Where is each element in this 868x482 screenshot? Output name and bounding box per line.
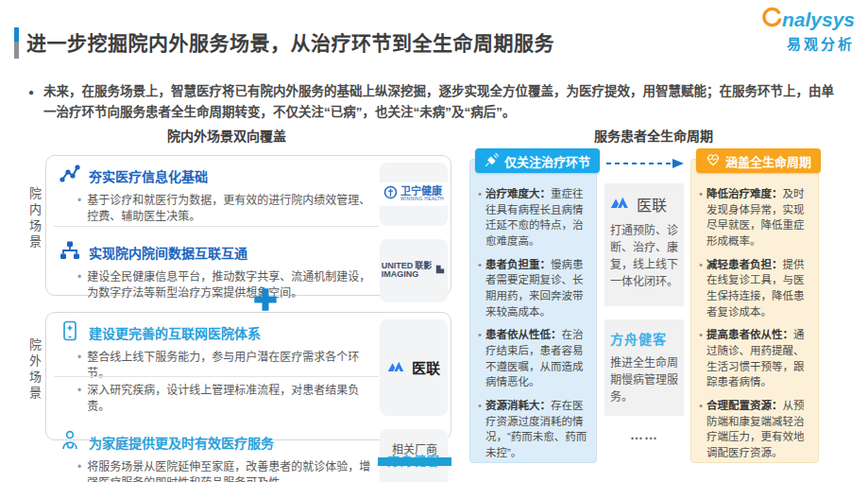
- bullet-dot-icon: ●: [28, 81, 34, 124]
- list-item: 建设更完善的互联网医院体系 整合线上线下服务能力，参与用户潜在医疗需求各个环节。…: [46, 313, 451, 422]
- intro-paragraph: ● 未来，在服务场景上，智慧医疗将已有院内外服务的基础上纵深挖掘，逐步实现全方位…: [28, 81, 837, 124]
- more-vendors-ellipsis: ……: [604, 427, 684, 442]
- network-nodes-icon: [59, 163, 81, 189]
- medlinker-logo: 医联: [610, 193, 678, 215]
- vendor-cell: 医联: [380, 319, 448, 416]
- list-item: 提高患者依从性：通过随诊、用药提醒、生活习惯干预等，跟踪患者病情。: [699, 327, 810, 390]
- brand-name: nalysys: [782, 9, 855, 31]
- plus-icon: [252, 286, 279, 313]
- medlinker-logo: 医联: [387, 357, 440, 377]
- group-inside-hospital: 夯实医疗信息化基础 基于诊疗和就医行为数据，更有效的进行院内绩效管理、控费、辅助…: [45, 155, 451, 296]
- card-text: 打通预防、诊断、治疗、康复，线上线下一体化闭环。: [610, 222, 678, 290]
- list-item: 降低治疗难度：及时发现身体异常，实现尽早就医，降低重症形成概率。: [699, 186, 810, 250]
- item-title: 建设更完善的互联网医院体系: [89, 323, 261, 342]
- list-item: 实现院内院间数据互联互通 建设全民健康信息平台，推动数字共享、流通机制建设，为数…: [46, 232, 451, 309]
- intro-text: 未来，在服务场景上，智慧医疗将已有院内外服务的基础上纵深挖掘，逐步实现全方位覆盖…: [43, 81, 837, 124]
- vendor-name-en: IMAGING: [382, 270, 419, 279]
- item-bullet: 建设全民健康信息平台，推动数字共享、流通机制建设，为数字疗法等新型治疗方案提供想…: [59, 269, 378, 302]
- divider: [54, 226, 379, 227]
- list-item: 资源消耗大：存在医疗资源过度消耗的情况，“药而未愈、药而未控”。: [478, 398, 588, 461]
- item-title: 实现院内院间数据互联互通: [89, 243, 247, 262]
- list-item: 患者依从性低：在治疗结束后，患者容易不遵医嘱，从而造成病情恶化。: [478, 327, 588, 390]
- vendor-cell: 卫宁健康 WINNING HEALTH: [380, 163, 448, 226]
- right-section-heading: 服务患者全生命周期: [482, 126, 825, 145]
- left-section-heading: 院内外场景双向覆盖: [28, 126, 425, 145]
- analysys-swoosh-icon: [760, 7, 782, 32]
- item-bullet: 深入研究疾病，设计线上管理标准流程，对患者结果负责。: [59, 383, 378, 416]
- dashed-arrow-icon: [604, 156, 686, 173]
- full-lifecycle-badge: 涵盖全生命周期: [696, 148, 821, 173]
- group-outside-hospital: 建设更完善的互联网医院体系 整合线上线下服务能力，参与用户潜在医疗需求各个环节。…: [45, 312, 451, 440]
- related-vendors-label: 相关厂商: [378, 440, 451, 456]
- sitemap-icon: [59, 239, 81, 266]
- side-label-outside: 院外场景: [28, 338, 43, 403]
- item-title: 夯实医疗信息化基础: [89, 166, 208, 185]
- page-title: 进一步挖掘院内外服务场景，从治疗环节到全生命周期服务: [26, 27, 554, 56]
- analysys-logo: nalysys 易观分析: [760, 7, 855, 53]
- title-accent-bar: [14, 27, 19, 59]
- doctor-icon: [59, 429, 81, 456]
- treatment-only-box: 治疗难度大：重症往往具有病程长且病情迁延不愈的特点，治愈难度高。 患者负担重：慢…: [469, 159, 597, 463]
- list-item: 减轻患者负担：提供在线复诊工具，与医生保持连接，降低患者复诊成本。: [699, 257, 810, 320]
- winning-health-icon: [383, 185, 398, 203]
- fangzhou-logo: 方舟健客: [610, 329, 667, 348]
- divider: [54, 376, 379, 377]
- medlinker-icon: [610, 196, 633, 213]
- item-bullet: 整合线上线下服务能力，参与用户潜在医疗需求各个环节。: [59, 350, 378, 383]
- list-item: 治疗难度大：重症往往具有病程长且病情迁延不愈的特点，治愈难度高。: [478, 186, 588, 250]
- heart-pulse-icon: [706, 152, 721, 170]
- list-item: 患者负担重：慢病患者需要定期复诊、长期用药，来回奔波带来较高成本。: [478, 257, 588, 320]
- syringe-icon: [485, 152, 500, 170]
- related-vendors-bar: [378, 457, 451, 466]
- medlinker-card: 医联 打通预防、诊断、治疗、康复，线上线下一体化闭环。: [604, 183, 684, 306]
- united-imaging-shield-icon: [434, 262, 446, 279]
- vendor-name-en: WINNING HEALTH: [400, 197, 444, 201]
- medlinker-icon: [387, 359, 408, 376]
- item-bullet: 基于诊疗和就医行为数据，更有效的进行院内绩效管理、控费、辅助医生决策。: [59, 193, 378, 226]
- item-bullet: 将服务场景从医院延伸至家庭，改善患者的就诊体验，增强医疗服务的即时性和药品服务可…: [59, 459, 378, 482]
- vendor-name: 医联: [412, 357, 440, 377]
- list-item: 夯实医疗信息化基础 基于诊疗和就医行为数据，更有效的进行院内绩效管理、控费、辅助…: [46, 156, 451, 232]
- full-lifecycle-box: 降低治疗难度：及时发现身体异常，实现尽早就医，降低重症形成概率。 减轻患者负担：…: [690, 159, 819, 463]
- fangzhou-card: 方舟健客 推进全生命周期慢病管理服务。: [604, 319, 684, 416]
- treatment-only-badge: 仅关注治疗环节: [475, 148, 600, 173]
- card-text: 推进全生命周期慢病管理服务。: [610, 354, 678, 405]
- united-imaging-logo: UNITED联影 IMAGING: [382, 262, 447, 280]
- vendor-cell: UNITED联影 IMAGING: [380, 239, 448, 302]
- item-title: 为家庭提供更及时有效医疗服务: [89, 433, 274, 452]
- phone-medical-icon: [59, 319, 81, 346]
- winning-health-logo: 卫宁健康 WINNING HEALTH: [380, 182, 448, 206]
- side-label-inside: 院内场景: [28, 187, 43, 251]
- slide: 进一步挖掘院内外服务场景，从治疗环节到全生命周期服务 nalysys 易观分析 …: [0, 0, 868, 482]
- vendor-name: 医联: [637, 193, 667, 215]
- brand-name-cn: 易观分析: [760, 33, 855, 53]
- list-item: 合理配置资源：从预防端和康复端减轻治疗端压力，更有效地调配医疗资源。: [699, 398, 810, 461]
